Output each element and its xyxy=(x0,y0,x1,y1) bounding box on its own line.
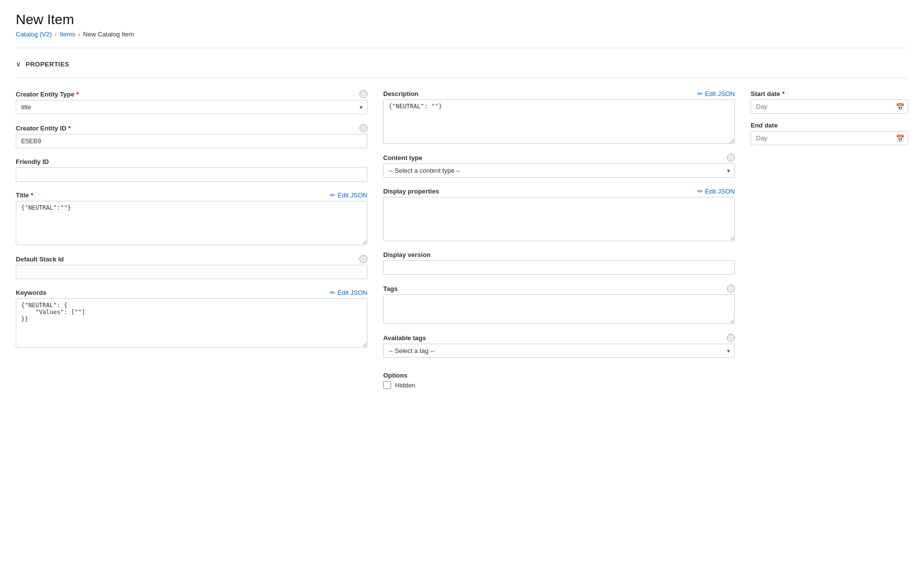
available-tags-info-icon[interactable]: ⓘ xyxy=(727,334,735,342)
page-title: New Item xyxy=(16,12,908,28)
title-textarea[interactable]: {"NEUTRAL":""} xyxy=(16,201,367,245)
title-field-group: Title * ✏ Edit JSON {"NEUTRAL":""} xyxy=(16,192,367,245)
description-group: Description ✏ Edit JSON {"NEUTRAL": ""} xyxy=(383,90,735,144)
tags-info-icon[interactable]: ⓘ xyxy=(727,285,735,292)
title-edit-json-button[interactable]: ✏ Edit JSON xyxy=(330,192,367,199)
creator-entity-id-label: Creator Entity ID * xyxy=(16,125,71,132)
content-type-select-wrapper: -- Select a content type -- ▾ xyxy=(383,163,735,178)
breadcrumb-sep-2: › xyxy=(78,31,80,38)
title-required: * xyxy=(31,192,33,199)
creator-entity-type-select-wrapper: title ▾ xyxy=(16,100,367,114)
display-properties-edit-pencil-icon: ✏ xyxy=(697,188,703,195)
left-column: Creator Entity Type * ⓘ title ▾ Creator … xyxy=(16,90,367,348)
creator-entity-id-info-icon[interactable]: ⓘ xyxy=(360,124,367,132)
start-date-input[interactable] xyxy=(751,99,908,114)
description-label: Description xyxy=(383,90,419,97)
end-date-input[interactable] xyxy=(751,131,908,145)
creator-entity-type-group: Creator Entity Type * ⓘ title ▾ xyxy=(16,90,367,114)
creator-entity-id-input[interactable] xyxy=(16,134,367,148)
display-properties-edit-json-button[interactable]: ✏ Edit JSON xyxy=(697,188,735,195)
breadcrumb: Catalog (V2) › Items › New Catalog Item xyxy=(16,31,908,38)
creator-entity-type-info-icon[interactable]: ⓘ xyxy=(360,90,367,98)
friendly-id-group: Friendly ID xyxy=(16,158,367,182)
creator-entity-type-required: * xyxy=(76,91,79,98)
start-date-calendar-icon[interactable]: 📅 xyxy=(896,103,904,111)
keywords-edit-json-button[interactable]: ✏ Edit JSON xyxy=(330,289,367,296)
creator-entity-id-required: * xyxy=(68,125,71,132)
start-date-label: Start date * xyxy=(751,90,908,97)
tags-label: Tags xyxy=(383,285,397,292)
breadcrumb-current: New Catalog Item xyxy=(83,31,134,38)
form-grid: Creator Entity Type * ⓘ title ▾ Creator … xyxy=(16,90,908,389)
end-date-calendar-icon[interactable]: 📅 xyxy=(896,134,904,142)
start-date-required: * xyxy=(782,90,785,97)
display-version-input[interactable] xyxy=(383,260,735,275)
breadcrumb-catalog[interactable]: Catalog (V2) xyxy=(16,31,52,38)
friendly-id-label: Friendly ID xyxy=(16,158,367,165)
options-label: Options xyxy=(383,372,735,379)
default-stack-id-input[interactable] xyxy=(16,265,367,279)
hidden-checkbox-row: Hidden xyxy=(383,381,735,389)
content-type-select[interactable]: -- Select a content type -- xyxy=(383,163,735,178)
creator-entity-type-label: Creator Entity Type * xyxy=(16,91,79,98)
display-version-label: Display version xyxy=(383,251,735,258)
keywords-group: Keywords ✏ Edit JSON {"NEUTRAL": { "Valu… xyxy=(16,289,367,348)
content-type-info-icon[interactable]: ⓘ xyxy=(727,154,735,161)
section-title: PROPERTIES xyxy=(26,61,69,68)
start-date-input-wrapper: 📅 xyxy=(751,99,908,114)
default-stack-id-label: Default Stack Id xyxy=(16,256,64,263)
display-properties-group: Display properties ✏ Edit JSON xyxy=(383,188,735,241)
default-stack-id-info-icon[interactable]: ⓘ xyxy=(360,255,367,263)
end-date-input-wrapper: 📅 xyxy=(751,131,908,145)
display-properties-label: Display properties xyxy=(383,188,439,195)
section-divider xyxy=(16,78,908,78)
tags-group: Tags ⓘ xyxy=(383,285,735,324)
middle-column: Description ✏ Edit JSON {"NEUTRAL": ""} … xyxy=(383,90,735,389)
title-edit-pencil-icon: ✏ xyxy=(330,192,335,199)
end-date-group: End date 📅 xyxy=(751,122,908,145)
start-date-group: Start date * 📅 xyxy=(751,90,908,114)
title-field-label: Title * xyxy=(16,192,33,199)
properties-section-header: ∨ PROPERTIES xyxy=(16,60,908,68)
friendly-id-input[interactable] xyxy=(16,167,367,182)
available-tags-group: Available tags ⓘ -- Select a tag -- ▾ xyxy=(383,334,735,358)
available-tags-select-wrapper: -- Select a tag -- ▾ xyxy=(383,344,735,358)
tags-textarea[interactable] xyxy=(383,294,735,324)
breadcrumb-sep-1: › xyxy=(55,31,57,38)
available-tags-select[interactable]: -- Select a tag -- xyxy=(383,344,735,358)
description-textarea[interactable]: {"NEUTRAL": ""} xyxy=(383,99,735,144)
display-version-group: Display version xyxy=(383,251,735,275)
options-group: Options Hidden xyxy=(383,372,735,389)
right-column: Start date * 📅 End date 📅 xyxy=(751,90,908,145)
hidden-checkbox[interactable] xyxy=(383,381,391,389)
section-toggle-icon[interactable]: ∨ xyxy=(16,60,21,68)
keywords-textarea[interactable]: {"NEUTRAL": { "Values": [""] }} xyxy=(16,298,367,348)
breadcrumb-items[interactable]: Items xyxy=(60,31,75,38)
default-stack-id-group: Default Stack Id ⓘ xyxy=(16,255,367,279)
available-tags-label: Available tags xyxy=(383,334,426,342)
end-date-label: End date xyxy=(751,122,908,129)
header-divider xyxy=(16,48,908,48)
keywords-label: Keywords xyxy=(16,289,46,296)
keywords-edit-pencil-icon: ✏ xyxy=(330,289,335,296)
description-edit-pencil-icon: ✏ xyxy=(697,90,703,97)
content-type-label: Content type xyxy=(383,154,422,161)
hidden-checkbox-label: Hidden xyxy=(395,382,415,389)
creator-entity-type-select[interactable]: title xyxy=(16,100,367,114)
description-edit-json-button[interactable]: ✏ Edit JSON xyxy=(697,90,735,97)
content-type-group: Content type ⓘ -- Select a content type … xyxy=(383,154,735,178)
display-properties-textarea[interactable] xyxy=(383,197,735,241)
creator-entity-id-group: Creator Entity ID * ⓘ xyxy=(16,124,367,148)
